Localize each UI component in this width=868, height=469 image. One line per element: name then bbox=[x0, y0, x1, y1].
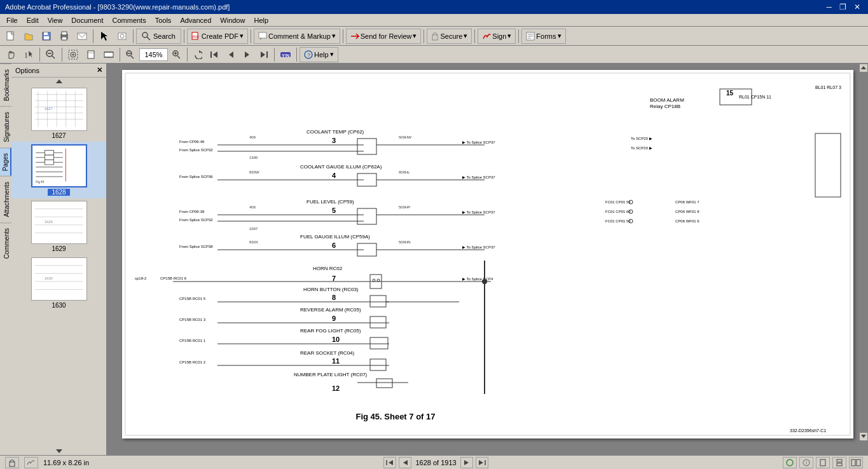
svg-marker-92 bbox=[861, 66, 866, 69]
pages-tab[interactable]: Pages bbox=[0, 147, 11, 176]
restore-button[interactable]: ❐ bbox=[837, 3, 849, 11]
signatures-tab[interactable]: Signatures bbox=[0, 106, 11, 147]
svg-text:CP15B RC01 1: CP15B RC01 1 bbox=[179, 339, 206, 343]
menu-comments[interactable]: Comments bbox=[109, 15, 150, 25]
svg-text:HORN BUTTON (RC03): HORN BUTTON (RC03) bbox=[303, 287, 359, 292]
fit-width-button[interactable] bbox=[100, 47, 117, 62]
content-scroll-up[interactable] bbox=[859, 64, 868, 72]
send-review-button[interactable]: Send for Review ▾ bbox=[346, 29, 422, 44]
svg-marker-16 bbox=[260, 38, 262, 40]
thumbnail-1627[interactable]: 1627 1627 bbox=[11, 85, 106, 142]
yin-yang-button[interactable]: Y!N bbox=[277, 47, 294, 62]
menu-edit[interactable]: Edit bbox=[23, 15, 43, 25]
create-pdf-button[interactable]: PDF Create PDF ▾ bbox=[187, 29, 248, 44]
close-button[interactable]: ✕ bbox=[851, 3, 863, 11]
single-page-view[interactable] bbox=[816, 457, 830, 468]
comment-markup-arrow[interactable]: ▾ bbox=[332, 32, 336, 40]
signature-icon-button[interactable] bbox=[24, 457, 38, 468]
email-button[interactable] bbox=[74, 29, 90, 44]
next-page-nav[interactable] bbox=[460, 457, 473, 468]
panel-close-button[interactable]: ✕ bbox=[97, 66, 102, 74]
titlebar: Adobe Acrobat Professional - [9803-3290(… bbox=[0, 0, 868, 14]
svg-text:12: 12 bbox=[332, 384, 340, 392]
audio-button[interactable] bbox=[783, 457, 797, 468]
comment-markup-button[interactable]: Comment & Markup ▾ bbox=[254, 29, 340, 44]
svg-marker-197 bbox=[861, 435, 866, 438]
select-tool-button[interactable] bbox=[96, 29, 113, 44]
content-scroll-down[interactable] bbox=[859, 432, 868, 441]
svg-text:RL01 CP15N 11: RL01 CP15N 11 bbox=[739, 95, 771, 99]
forms-arrow[interactable]: ▾ bbox=[558, 32, 561, 40]
scroll-up-button[interactable] bbox=[11, 78, 106, 85]
svg-rect-210 bbox=[837, 463, 842, 466]
fit-page-button[interactable] bbox=[83, 47, 99, 62]
prev-page-nav[interactable] bbox=[399, 457, 411, 468]
svg-text:HORN RC02: HORN RC02 bbox=[313, 266, 343, 271]
svg-text:FUEL GAUGE ILLUM (CP59A): FUEL GAUGE ILLUM (CP59A) bbox=[300, 234, 370, 240]
toolbar-separator-2 bbox=[133, 29, 134, 43]
create-pdf-arrow[interactable]: ▾ bbox=[240, 32, 244, 40]
zoom-out-button[interactable] bbox=[43, 47, 59, 62]
minimize-button[interactable]: ─ bbox=[823, 3, 834, 11]
speaker-button[interactable] bbox=[799, 457, 813, 468]
window-controls: ─ ❐ ✕ bbox=[823, 3, 863, 11]
thumbnail-1630[interactable]: 1630 1630 bbox=[11, 255, 106, 311]
scroll-down-button[interactable] bbox=[11, 447, 106, 455]
new-button[interactable] bbox=[3, 29, 19, 44]
print-button[interactable] bbox=[56, 29, 72, 44]
menu-tools[interactable]: Tools bbox=[151, 15, 176, 25]
svg-text:8: 8 bbox=[332, 294, 336, 301]
last-page-nav[interactable] bbox=[476, 457, 488, 468]
send-review-arrow[interactable]: ▾ bbox=[413, 32, 417, 40]
menu-help[interactable]: Help bbox=[250, 15, 272, 25]
select-text-button[interactable]: I bbox=[20, 47, 37, 62]
zoom-in-step-button[interactable] bbox=[169, 47, 184, 62]
open-button[interactable] bbox=[20, 29, 37, 44]
svg-line-12 bbox=[147, 37, 150, 40]
thumbnail-1628[interactable]: Fig 45 1628 bbox=[11, 142, 106, 198]
svg-text:CP06 WF01 6: CP06 WF01 6 bbox=[675, 219, 699, 223]
hand-tool-button[interactable] bbox=[3, 47, 19, 62]
help-arrow[interactable]: ▾ bbox=[330, 50, 334, 58]
forms-button[interactable]: Forms ▾ bbox=[521, 29, 565, 44]
toolbar-separator bbox=[93, 29, 93, 43]
options-button[interactable]: Options bbox=[15, 67, 39, 74]
page-view[interactable]: BOOM ALARM Relay CP18B 15 RL01 CP15N 11 … bbox=[107, 64, 868, 455]
svg-rect-33 bbox=[104, 52, 113, 57]
secure-button[interactable]: Secure ▾ bbox=[427, 29, 472, 44]
next-page-button[interactable] bbox=[240, 47, 255, 62]
menu-view[interactable]: View bbox=[44, 15, 67, 25]
two-page-view[interactable] bbox=[849, 457, 863, 468]
save-button[interactable] bbox=[38, 29, 55, 44]
first-page-button[interactable] bbox=[207, 47, 222, 62]
svg-line-26 bbox=[52, 56, 55, 58]
secure-arrow[interactable]: ▾ bbox=[464, 32, 467, 40]
svg-text:6: 6 bbox=[332, 241, 336, 249]
zoom-input[interactable]: 145% bbox=[139, 48, 168, 61]
attachments-tab[interactable]: Attachments bbox=[0, 176, 11, 222]
help-button[interactable]: ? Help ▾ bbox=[300, 47, 338, 62]
menu-advanced[interactable]: Advanced bbox=[176, 15, 215, 25]
comments-tab[interactable]: Comments bbox=[0, 222, 11, 264]
thumbnail-1629[interactable]: 1629 1629 bbox=[11, 198, 106, 255]
zoom-out-step-button[interactable] bbox=[123, 47, 138, 62]
first-page-nav[interactable] bbox=[383, 457, 396, 468]
sign-arrow[interactable]: ▾ bbox=[507, 32, 511, 40]
search-button[interactable]: Search bbox=[136, 29, 181, 44]
menu-file[interactable]: File bbox=[3, 15, 22, 25]
bookmarks-tab[interactable]: Bookmarks bbox=[0, 64, 11, 106]
main-area: Bookmarks Signatures Pages Attachments C… bbox=[0, 64, 868, 455]
thumbnail-panel[interactable]: 1627 1627 bbox=[11, 85, 106, 447]
menu-window[interactable]: Window bbox=[216, 15, 249, 25]
sign-button[interactable]: Sign ▾ bbox=[478, 29, 516, 44]
menu-document[interactable]: Document bbox=[67, 15, 107, 25]
prev-page-button[interactable] bbox=[223, 47, 238, 62]
security-icon-button[interactable] bbox=[5, 457, 19, 468]
snapshot-button[interactable] bbox=[114, 29, 130, 44]
last-page-button[interactable] bbox=[256, 47, 272, 62]
marquee-zoom-button[interactable] bbox=[65, 47, 81, 62]
continuous-view[interactable] bbox=[832, 457, 846, 468]
svg-point-205 bbox=[787, 459, 793, 466]
toolbar2: I 145% Y!N ? Help ▾ bbox=[0, 46, 868, 64]
rotate-cw-button[interactable] bbox=[190, 47, 205, 62]
